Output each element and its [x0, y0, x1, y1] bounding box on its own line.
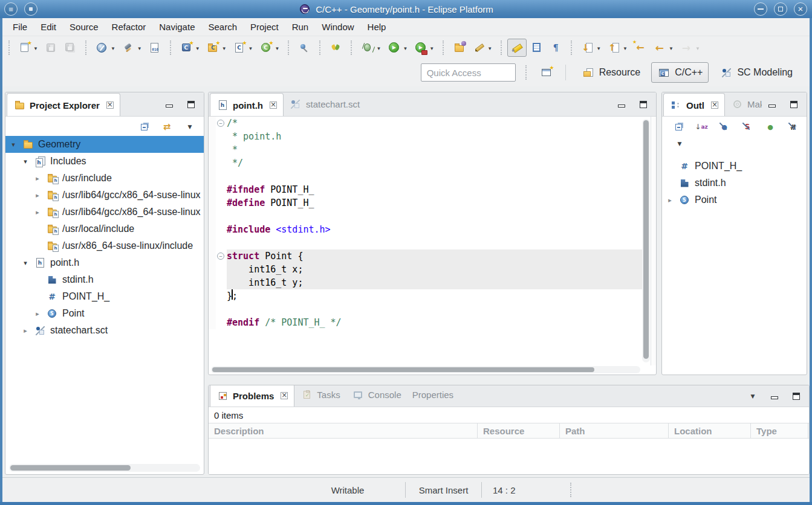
- column-header-path[interactable]: Path: [560, 423, 669, 438]
- code-line[interactable]: */: [209, 156, 642, 170]
- tab-outl[interactable]: Outl: [663, 93, 725, 116]
- new-source-file-button[interactable]: [230, 39, 256, 57]
- build-button[interactable]: [119, 39, 145, 57]
- collapse-all-icon[interactable]: [137, 120, 151, 133]
- tab-point-h[interactable]: point.h: [210, 93, 284, 116]
- code-editor[interactable]: −/* * point.h * */#ifndef POINT_H_#defin…: [209, 117, 642, 365]
- maximize-view-icon[interactable]: [790, 390, 803, 403]
- code-line[interactable]: #endif /* POINT_H_ */: [209, 316, 642, 329]
- minimize-view-icon[interactable]: [163, 98, 176, 111]
- tree-item-statechart-sct[interactable]: ▸statechart.sct: [5, 322, 204, 339]
- window-menu-button[interactable]: ≡: [4, 2, 18, 16]
- tree-item-point[interactable]: ▸Point: [5, 305, 204, 322]
- menu-source[interactable]: Source: [63, 18, 105, 36]
- launch-target-button[interactable]: [92, 39, 119, 57]
- expander-collapsed-icon[interactable]: ▸: [21, 327, 30, 335]
- expander-collapsed-icon[interactable]: ▸: [33, 310, 42, 318]
- tab-problems[interactable]: Problems: [210, 385, 294, 407]
- dropdown-arrow-icon[interactable]: [275, 43, 280, 52]
- menu-window[interactable]: Window: [315, 18, 360, 36]
- menu-navigate[interactable]: Navigate: [152, 18, 201, 36]
- dropdown-arrow-icon[interactable]: [33, 43, 38, 52]
- tree-item-usr-include[interactable]: ▸/usr/include: [5, 170, 204, 187]
- toolbar-grip[interactable]: [525, 65, 528, 80]
- tab-properties[interactable]: Properties: [407, 385, 459, 407]
- close-tab-icon[interactable]: [269, 101, 278, 109]
- column-header-resource[interactable]: Resource: [478, 423, 560, 438]
- dropdown-arrow-icon[interactable]: [195, 43, 200, 52]
- new-button[interactable]: [15, 39, 41, 57]
- save-all-button[interactable]: [60, 39, 80, 57]
- tree-item-includes[interactable]: ▾Includes: [5, 153, 204, 170]
- new-source-folder-button[interactable]: [203, 39, 230, 57]
- close-button[interactable]: ×: [794, 2, 807, 16]
- fold-minus-icon[interactable]: −: [217, 120, 224, 127]
- perspective-resource[interactable]: Resource: [576, 62, 646, 83]
- menu-edit[interactable]: Edit: [34, 18, 63, 36]
- menu-help[interactable]: Help: [361, 18, 393, 36]
- tab-tasks[interactable]: Tasks: [294, 385, 345, 407]
- window-pin-button[interactable]: [24, 2, 37, 16]
- tab-statechart-sct[interactable]: statechart.sct: [284, 92, 365, 116]
- code-line[interactable]: −/*: [209, 117, 642, 130]
- tree-item-usr-lib64-gcc-x86-64-suse-linux[interactable]: ▸/usr/lib64/gcc/x86_64-suse-linux: [5, 204, 204, 220]
- quick-access-input[interactable]: [421, 63, 516, 82]
- dropdown-arrow-icon[interactable]: [429, 43, 434, 52]
- tab-mak[interactable]: Mak: [725, 92, 762, 116]
- dropdown-arrow-icon[interactable]: [487, 43, 492, 52]
- close-tab-icon[interactable]: [106, 101, 114, 109]
- dropdown-arrow-icon[interactable]: [695, 43, 700, 52]
- expander-collapsed-icon[interactable]: ▸: [33, 191, 42, 199]
- maximize-button[interactable]: [774, 2, 787, 16]
- tree-item-point-h[interactable]: POINT_H_: [662, 158, 807, 175]
- horizontal-scrollbar[interactable]: [211, 366, 640, 373]
- column-header-description[interactable]: Description: [209, 423, 478, 438]
- minimize-view-icon[interactable]: [768, 390, 781, 403]
- tree-item-stdint-h[interactable]: stdint.h: [662, 175, 807, 191]
- code-line[interactable]: };: [209, 289, 642, 303]
- expander-collapsed-icon[interactable]: ▸: [33, 175, 42, 182]
- open-resource-button[interactable]: [449, 39, 469, 57]
- dropdown-arrow-icon[interactable]: [137, 43, 142, 52]
- dropdown-arrow-icon[interactable]: [111, 43, 115, 52]
- dropdown-arrow-icon[interactable]: [376, 43, 381, 52]
- column-header-location[interactable]: Location: [669, 423, 751, 438]
- new-class-button[interactable]: [177, 39, 203, 57]
- code-line[interactable]: −struct Point {: [209, 249, 642, 263]
- annotate-button[interactable]: [469, 39, 495, 57]
- last-edit-location-button[interactable]: [631, 39, 650, 57]
- previous-annotation-button[interactable]: [604, 39, 631, 57]
- hide-nonpublic-icon[interactable]: [764, 120, 777, 133]
- tree-item-point[interactable]: ▸Point: [662, 191, 807, 208]
- back-button[interactable]: [650, 39, 677, 57]
- open-perspective-button[interactable]: [538, 63, 556, 82]
- code-line[interactable]: [209, 210, 642, 223]
- toolbar-grip[interactable]: [8, 40, 11, 55]
- maximize-view-icon[interactable]: [787, 98, 801, 111]
- expander-expanded-icon[interactable]: ▾: [21, 158, 30, 166]
- dropdown-arrow-icon[interactable]: [596, 43, 601, 52]
- dropdown-arrow-icon[interactable]: [248, 43, 253, 52]
- dropdown-arrow-icon[interactable]: [403, 43, 408, 52]
- menu-search[interactable]: Search: [201, 18, 244, 36]
- link-editor-icon[interactable]: [160, 120, 174, 133]
- tree-item-usr-local-include[interactable]: /usr/local/include: [5, 220, 204, 237]
- view-menu-icon[interactable]: [673, 137, 686, 150]
- forward-button[interactable]: [677, 39, 703, 57]
- dropdown-arrow-icon[interactable]: [623, 43, 628, 52]
- maximize-view-icon[interactable]: [637, 98, 650, 111]
- code-line[interactable]: [209, 236, 642, 249]
- search-button[interactable]: [294, 39, 314, 57]
- run-button[interactable]: [384, 39, 411, 57]
- menu-file[interactable]: File: [6, 18, 34, 36]
- code-line[interactable]: #include <stdint.h>: [209, 223, 642, 236]
- column-header-type[interactable]: Type: [751, 423, 808, 438]
- menu-run[interactable]: Run: [285, 18, 316, 36]
- minimize-button[interactable]: [754, 2, 767, 16]
- dropdown-arrow-icon[interactable]: [669, 43, 674, 52]
- binary-button[interactable]: [145, 39, 164, 57]
- view-menu-icon[interactable]: [183, 120, 197, 133]
- collapse-all-icon[interactable]: [672, 120, 685, 133]
- minimize-view-icon[interactable]: [765, 98, 779, 111]
- maximize-view-icon[interactable]: [184, 98, 198, 111]
